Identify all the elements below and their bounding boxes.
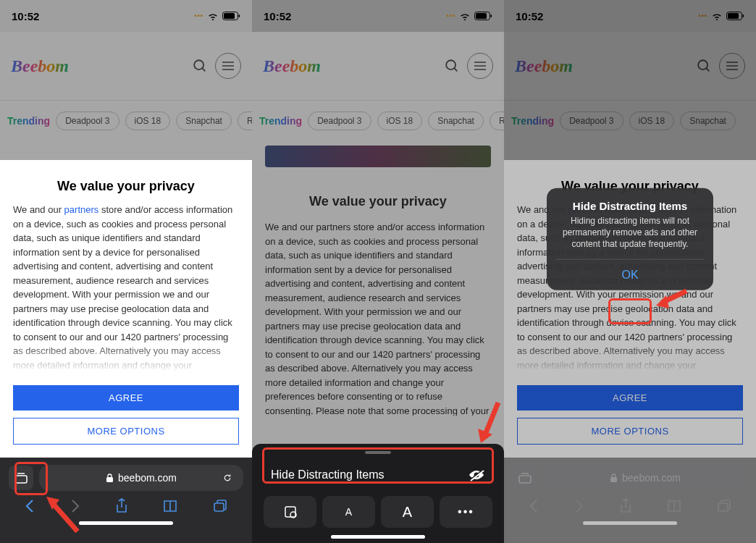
highlight-box: [608, 298, 652, 324]
tabs-icon[interactable]: [213, 500, 227, 513]
forward-icon: [70, 499, 80, 513]
listen-button[interactable]: [264, 496, 316, 528]
privacy-consent-sheet: We value your privacy We and our partner…: [0, 166, 252, 458]
alert-body: Hiding distracting items will not perman…: [555, 215, 705, 251]
agree-button[interactable]: AGREE: [13, 385, 239, 411]
svg-rect-11: [214, 503, 224, 511]
text-size-small-button[interactable]: A: [322, 496, 375, 528]
confirmation-alert: Hide Distracting Items Hiding distractin…: [547, 188, 713, 290]
privacy-title: We value your privacy: [13, 166, 239, 203]
screenshot-2: 10:52 ••• Beebom Trending Deadpool 3 iOS…: [252, 0, 504, 543]
safari-nav-row: [0, 495, 252, 514]
screenshot-3: 10:52 ••• Beebom Trending Deadpool 3 iOS…: [504, 0, 756, 543]
screenshot-1: 10:52 ••• Beebom Trending Deadpool 3 iOS…: [0, 0, 252, 543]
url-text: beebom.com: [118, 472, 177, 484]
reader-tools-row: A A •••: [259, 490, 497, 528]
partners-link[interactable]: partners: [64, 204, 99, 215]
more-options-button[interactable]: MORE OPTIONS: [13, 418, 239, 445]
home-indicator[interactable]: [79, 521, 173, 525]
privacy-body: We and our partners store and/or access …: [13, 203, 239, 372]
back-icon[interactable]: [25, 499, 35, 513]
svg-rect-10: [106, 477, 113, 482]
lock-icon: [106, 473, 114, 483]
highlight-box: [14, 462, 48, 495]
dim-overlay: [0, 0, 252, 160]
bookmarks-icon[interactable]: [163, 500, 177, 513]
alert-title: Hide Distracting Items: [555, 200, 705, 212]
home-indicator[interactable]: [331, 535, 425, 539]
url-bar[interactable]: beebom.com: [39, 465, 243, 491]
highlight-box: [262, 447, 494, 484]
text-size-large-button[interactable]: A: [381, 496, 434, 528]
share-icon[interactable]: [115, 498, 128, 514]
reload-icon[interactable]: [223, 472, 235, 484]
more-button[interactable]: •••: [440, 496, 492, 528]
alert-ok-button[interactable]: OK: [555, 258, 705, 290]
